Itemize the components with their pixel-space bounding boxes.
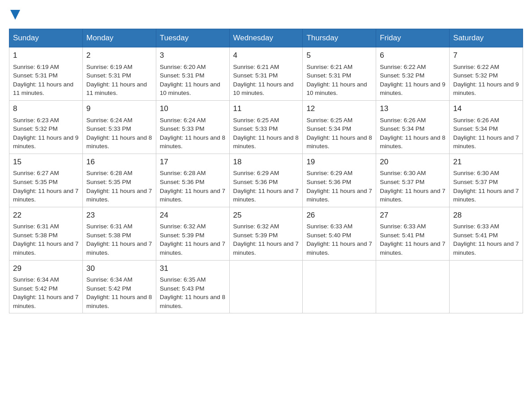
col-header-friday: Friday xyxy=(376,29,450,47)
calendar-day-3: 3 Sunrise: 6:20 AM Sunset: 5:31 PM Dayli… xyxy=(156,47,229,101)
calendar-day-10: 10 Sunrise: 6:24 AM Sunset: 5:33 PM Dayl… xyxy=(156,100,229,154)
day-number: 19 xyxy=(306,157,372,168)
calendar-day-4: 4 Sunrise: 6:21 AM Sunset: 5:31 PM Dayli… xyxy=(229,47,303,101)
sunrise-label: Sunrise: 6:34 AM xyxy=(86,276,133,283)
daylight-label: Daylight: 11 hours and 7 minutes. xyxy=(453,134,519,150)
calendar-day-2: 2 Sunrise: 6:19 AM Sunset: 5:31 PM Dayli… xyxy=(82,47,156,101)
calendar-day-17: 17 Sunrise: 6:28 AM Sunset: 5:36 PM Dayl… xyxy=(156,154,229,207)
day-number: 28 xyxy=(453,210,519,221)
sunset-label: Sunset: 5:33 PM xyxy=(233,125,278,132)
calendar-day-20: 20 Sunrise: 6:30 AM Sunset: 5:37 PM Dayl… xyxy=(376,154,450,207)
day-number: 24 xyxy=(160,210,226,221)
sunrise-label: Sunrise: 6:32 AM xyxy=(160,223,206,230)
sunrise-label: Sunrise: 6:26 AM xyxy=(453,117,499,124)
day-number: 15 xyxy=(13,157,79,168)
sunset-label: Sunset: 5:32 PM xyxy=(380,72,425,79)
day-number: 5 xyxy=(306,50,372,61)
sunset-label: Sunset: 5:43 PM xyxy=(160,285,205,292)
sunset-label: Sunset: 5:38 PM xyxy=(86,232,131,239)
day-number: 11 xyxy=(233,103,299,115)
sunrise-label: Sunrise: 6:22 AM xyxy=(453,64,499,70)
daylight-label: Daylight: 11 hours and 7 minutes. xyxy=(13,188,78,203)
sunset-label: Sunset: 5:36 PM xyxy=(160,179,205,185)
daylight-label: Daylight: 11 hours and 7 minutes. xyxy=(13,240,78,256)
calendar-week-1: 1 Sunrise: 6:19 AM Sunset: 5:31 PM Dayli… xyxy=(9,47,523,101)
day-number: 27 xyxy=(380,210,446,221)
sunset-label: Sunset: 5:35 PM xyxy=(13,179,58,185)
daylight-label: Daylight: 11 hours and 8 minutes. xyxy=(380,134,445,150)
daylight-label: Daylight: 11 hours and 11 minutes. xyxy=(13,81,73,97)
calendar-day-7: 7 Sunrise: 6:22 AM Sunset: 5:32 PM Dayli… xyxy=(450,47,523,101)
sunset-label: Sunset: 5:32 PM xyxy=(453,72,498,79)
calendar-day-9: 9 Sunrise: 6:24 AM Sunset: 5:33 PM Dayli… xyxy=(82,100,156,154)
sunset-label: Sunset: 5:32 PM xyxy=(13,125,58,132)
daylight-label: Daylight: 11 hours and 7 minutes. xyxy=(233,188,299,203)
col-header-sunday: Sunday xyxy=(9,29,83,47)
calendar-table: SundayMondayTuesdayWednesdayThursdayFrid… xyxy=(9,29,523,313)
day-number: 25 xyxy=(233,210,299,221)
sunrise-label: Sunrise: 6:19 AM xyxy=(86,64,133,70)
calendar-day-8: 8 Sunrise: 6:23 AM Sunset: 5:32 PM Dayli… xyxy=(9,100,83,154)
sunset-label: Sunset: 5:35 PM xyxy=(86,179,131,185)
logo xyxy=(9,9,20,20)
daylight-label: Daylight: 11 hours and 7 minutes. xyxy=(380,240,445,256)
day-number: 7 xyxy=(453,50,519,61)
day-number: 29 xyxy=(13,263,79,274)
daylight-label: Daylight: 11 hours and 7 minutes. xyxy=(453,240,519,256)
sunset-label: Sunset: 5:31 PM xyxy=(86,72,131,79)
day-number: 17 xyxy=(160,157,226,168)
daylight-label: Daylight: 11 hours and 7 minutes. xyxy=(160,240,225,256)
sunrise-label: Sunrise: 6:35 AM xyxy=(160,276,206,283)
col-header-monday: Monday xyxy=(82,29,156,47)
sunrise-label: Sunrise: 6:22 AM xyxy=(380,64,426,70)
day-number: 12 xyxy=(306,103,372,115)
daylight-label: Daylight: 11 hours and 7 minutes. xyxy=(306,188,372,203)
calendar-week-2: 8 Sunrise: 6:23 AM Sunset: 5:32 PM Dayli… xyxy=(9,100,523,154)
daylight-label: Daylight: 11 hours and 8 minutes. xyxy=(160,134,225,150)
calendar-day-29: 29 Sunrise: 6:34 AM Sunset: 5:42 PM Dayl… xyxy=(9,260,83,313)
sunrise-label: Sunrise: 6:30 AM xyxy=(453,170,499,176)
calendar-day-18: 18 Sunrise: 6:29 AM Sunset: 5:36 PM Dayl… xyxy=(229,154,303,207)
sunset-label: Sunset: 5:31 PM xyxy=(233,72,278,79)
sunrise-label: Sunrise: 6:24 AM xyxy=(160,117,206,124)
sunset-label: Sunset: 5:34 PM xyxy=(453,125,498,132)
sunset-label: Sunset: 5:31 PM xyxy=(13,72,58,79)
calendar-day-26: 26 Sunrise: 6:33 AM Sunset: 5:40 PM Dayl… xyxy=(303,207,376,260)
day-number: 4 xyxy=(233,50,299,61)
sunrise-label: Sunrise: 6:34 AM xyxy=(13,276,59,283)
daylight-label: Daylight: 11 hours and 8 minutes. xyxy=(86,294,152,309)
calendar-day-24: 24 Sunrise: 6:32 AM Sunset: 5:39 PM Dayl… xyxy=(156,207,229,260)
sunrise-label: Sunrise: 6:31 AM xyxy=(86,223,133,230)
day-number: 13 xyxy=(380,103,446,115)
calendar-day-23: 23 Sunrise: 6:31 AM Sunset: 5:38 PM Dayl… xyxy=(82,207,156,260)
sunrise-label: Sunrise: 6:28 AM xyxy=(160,170,206,176)
daylight-label: Daylight: 11 hours and 7 minutes. xyxy=(306,240,372,256)
daylight-label: Daylight: 11 hours and 8 minutes. xyxy=(86,134,152,150)
day-number: 2 xyxy=(86,50,152,61)
sunset-label: Sunset: 5:31 PM xyxy=(306,72,351,79)
calendar-day-14: 14 Sunrise: 6:26 AM Sunset: 5:34 PM Dayl… xyxy=(450,100,523,154)
daylight-label: Daylight: 11 hours and 10 minutes. xyxy=(233,81,294,97)
calendar-day-19: 19 Sunrise: 6:29 AM Sunset: 5:36 PM Dayl… xyxy=(303,154,376,207)
sunset-label: Sunset: 5:41 PM xyxy=(453,232,498,239)
empty-cell xyxy=(303,260,376,313)
day-number: 16 xyxy=(86,157,152,168)
sunset-label: Sunset: 5:31 PM xyxy=(160,72,205,79)
day-number: 9 xyxy=(86,103,152,115)
sunrise-label: Sunrise: 6:25 AM xyxy=(306,117,352,124)
sunset-label: Sunset: 5:34 PM xyxy=(306,125,351,132)
day-number: 23 xyxy=(86,210,152,221)
sunrise-label: Sunrise: 6:28 AM xyxy=(86,170,133,176)
calendar-header-row: SundayMondayTuesdayWednesdayThursdayFrid… xyxy=(9,29,523,47)
day-number: 21 xyxy=(453,157,519,168)
sunrise-label: Sunrise: 6:21 AM xyxy=(233,64,279,70)
sunset-label: Sunset: 5:37 PM xyxy=(453,179,498,185)
empty-cell xyxy=(376,260,450,313)
sunrise-label: Sunrise: 6:29 AM xyxy=(306,170,352,176)
calendar-day-11: 11 Sunrise: 6:25 AM Sunset: 5:33 PM Dayl… xyxy=(229,100,303,154)
calendar-day-25: 25 Sunrise: 6:32 AM Sunset: 5:39 PM Dayl… xyxy=(229,207,303,260)
calendar-day-21: 21 Sunrise: 6:30 AM Sunset: 5:37 PM Dayl… xyxy=(450,154,523,207)
daylight-label: Daylight: 11 hours and 7 minutes. xyxy=(13,294,78,309)
daylight-label: Daylight: 11 hours and 7 minutes. xyxy=(160,188,225,203)
daylight-label: Daylight: 11 hours and 7 minutes. xyxy=(380,188,445,203)
